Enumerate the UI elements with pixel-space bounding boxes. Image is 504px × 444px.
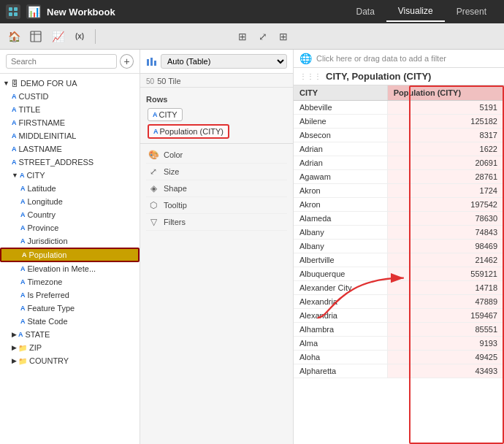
population-cell: 28761 (387, 170, 503, 184)
sidebar-item-middleinitial[interactable]: A MIDDLEINITIAL (0, 129, 140, 142)
tab-present[interactable]: Present (445, 1, 498, 22)
zip-folder-icon: 📁 (18, 344, 27, 352)
db-icon: 🗄 (11, 80, 18, 88)
sidebar: + ▼ 🗄 DEMO FOR UA A CUSTID A TITLE A FIR… (0, 50, 140, 444)
sidebar-item-label: COUNTRY (29, 356, 69, 365)
filters-label: Filters (164, 218, 186, 226)
sidebar-item-label: STREET_ADDRESS (19, 158, 94, 166)
sidebar-item-timezone[interactable]: A Timezone (0, 275, 140, 288)
sidebar-item-firstname[interactable]: A FIRSTNAME (0, 116, 140, 129)
sidebar-item-label: CITY (26, 171, 45, 180)
table-row: Albertville21462 (294, 253, 504, 267)
table-row: Abbeville5191 (294, 101, 504, 115)
canvas-settings-icon[interactable]: ⊞ (275, 28, 291, 45)
sidebar-item-longitude[interactable]: A Longitude (0, 195, 140, 208)
marks-type-dropdown[interactable]: Auto (Table) Bar Line (161, 54, 287, 69)
population-cell: 559121 (387, 267, 503, 281)
sidebar-item-country2[interactable]: ▶ 📁 COUNTRY (0, 354, 140, 367)
sidebar-item-streetaddress[interactable]: A STREET_ADDRESS (0, 156, 140, 169)
right-panel: 🌐 Click here or drag data to add a filte… (294, 50, 504, 444)
sidebar-item-title[interactable]: A TITLE (0, 103, 140, 116)
state-arrow: ▶ (12, 331, 17, 338)
sidebar-item-zip[interactable]: ▶ 📁 ZIP (0, 341, 140, 354)
home-icon[interactable]: 🏠 (6, 28, 22, 45)
add-field-button[interactable]: + (120, 54, 134, 69)
sidebar-item-label: STATE (26, 330, 50, 339)
size-card[interactable]: ⤢ Size (146, 164, 287, 180)
bar-chart-icon[interactable]: 📈 (50, 28, 66, 45)
sidebar-item-label: DEMO FOR UA (20, 79, 77, 88)
population-cell: 21462 (387, 253, 503, 267)
color-label: Color (164, 150, 183, 159)
table-row: Absecon8317 (294, 129, 504, 142)
rows-section: Rows A CITY A Population (CITY) (140, 88, 293, 144)
city-pill[interactable]: A CITY (148, 108, 183, 121)
sidebar-item-jurisdiction[interactable]: A Jurisdiction (0, 234, 140, 248)
sidebar-item-latitude[interactable]: A Latitude (0, 182, 140, 195)
sidebar-item-city[interactable]: ▼ A CITY (0, 169, 140, 182)
sidebar-item-custid[interactable]: A CUSTID (0, 90, 140, 103)
shape-label: Shape (164, 184, 187, 193)
city-expand-arrow: ▼ (12, 172, 18, 179)
svg-rect-8 (150, 58, 153, 66)
tableau-icon: 📊 (26, 4, 41, 19)
table-title: CITY, Population (CITY) (326, 71, 431, 82)
table-row: Alameda78630 (294, 212, 504, 226)
tooltip-label: Tooltip (164, 201, 187, 210)
sidebar-item-label: CUSTID (19, 92, 49, 101)
population-cell: 1622 (387, 142, 503, 156)
canvas-grid-icon[interactable]: ⊞ (234, 28, 251, 45)
table-row: Alexandria47889 (294, 295, 504, 309)
sidebar-item-elevation[interactable]: A Elevation in Mete... (0, 262, 140, 275)
col-header-city: CITY (294, 85, 387, 101)
sidebar-item-province[interactable]: A Province (0, 221, 140, 234)
tooltip-icon: ⬡ (148, 200, 159, 210)
filters-card[interactable]: ▽ Filters (146, 214, 287, 231)
shape-card[interactable]: ◈ Shape (146, 180, 287, 197)
table-row: Albuquerque559121 (294, 267, 504, 281)
canvas-expand-icon[interactable]: ⤢ (255, 28, 271, 45)
table-icon[interactable] (28, 28, 44, 45)
sidebar-item-statecode[interactable]: A State Code (0, 315, 140, 328)
svg-rect-7 (147, 59, 149, 66)
tooltip-card[interactable]: ⬡ Tooltip (146, 197, 287, 214)
sidebar-item-label: Is Preferred (28, 291, 69, 299)
formula-icon[interactable]: (x) (72, 28, 88, 45)
search-input[interactable] (6, 54, 117, 69)
row-pills-container: A CITY A Population (CITY) (146, 107, 287, 140)
population-pill[interactable]: A Population (CITY) (148, 124, 229, 139)
sidebar-item-state[interactable]: ▶ A STATE (0, 328, 140, 341)
population-cell: 197542 (387, 198, 503, 212)
filter-bar[interactable]: 🌐 Click here or drag data to add a filte… (294, 50, 504, 68)
country2-folder-icon: 📁 (18, 357, 27, 365)
city-cell: Akron (294, 184, 387, 198)
svg-rect-4 (31, 31, 41, 42)
sidebar-item-lastname[interactable]: A LASTNAME (0, 142, 140, 156)
pill-label: Population (CITY) (160, 127, 224, 136)
col-header-population: Population (CITY) (387, 85, 503, 101)
zip-arrow: ▶ (12, 344, 17, 351)
population-cell: 47889 (387, 295, 503, 309)
table-row: Alpharetta43493 (294, 364, 504, 378)
marks-icon (146, 56, 156, 66)
tab-data[interactable]: Data (344, 1, 386, 22)
sidebar-item-label: Feature Type (28, 304, 75, 313)
sidebar-item-featuretype[interactable]: A Feature Type (0, 302, 140, 315)
sidebar-item-ispreferred[interactable]: A Is Preferred (0, 288, 140, 302)
sidebar-item-country[interactable]: A Country (0, 208, 140, 221)
population-cell: 49425 (387, 351, 503, 364)
sidebar-item-demo[interactable]: ▼ 🗄 DEMO FOR UA (0, 77, 140, 90)
center-panel: Auto (Table) Bar Line 50 50 Tile Rows A … (140, 50, 294, 444)
population-cell: 43493 (387, 364, 503, 378)
tab-visualize[interactable]: Visualize (386, 1, 445, 22)
sidebar-item-population[interactable]: A Population (0, 248, 140, 262)
population-cell: 9193 (387, 337, 503, 351)
marks-type-bar: Auto (Table) Bar Line (140, 50, 293, 74)
table-row: Albany74843 (294, 226, 504, 240)
population-cell: 85551 (387, 323, 503, 337)
city-cell: Aloha (294, 351, 387, 364)
color-card[interactable]: 🎨 Color (146, 147, 287, 164)
population-cell: 74843 (387, 226, 503, 240)
table-row: Agawam28761 (294, 170, 504, 184)
sidebar-item-label: FIRSTNAME (19, 118, 66, 127)
